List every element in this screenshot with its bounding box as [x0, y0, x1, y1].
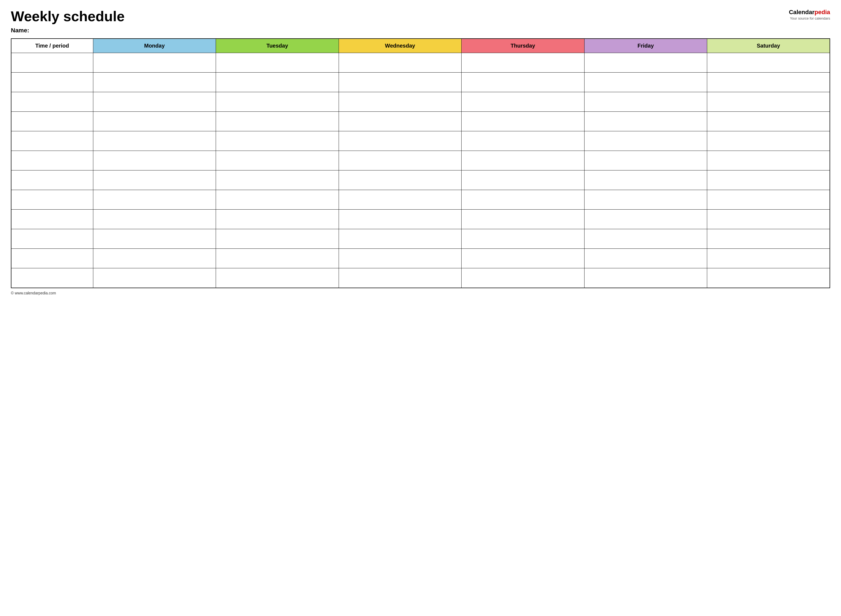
time-cell[interactable]	[11, 190, 93, 210]
schedule-cell[interactable]	[707, 53, 830, 73]
schedule-cell[interactable]	[462, 249, 585, 268]
schedule-cell[interactable]	[339, 131, 462, 151]
schedule-cell[interactable]	[462, 190, 585, 210]
logo-text: Calendarpedia	[789, 9, 830, 16]
schedule-cell[interactable]	[93, 53, 216, 73]
schedule-cell[interactable]	[216, 268, 339, 288]
table-row	[11, 170, 830, 190]
time-cell[interactable]	[11, 73, 93, 92]
table-row	[11, 73, 830, 92]
schedule-cell[interactable]	[93, 268, 216, 288]
time-cell[interactable]	[11, 210, 93, 229]
schedule-cell[interactable]	[93, 131, 216, 151]
schedule-cell[interactable]	[216, 170, 339, 190]
schedule-cell[interactable]	[707, 229, 830, 249]
schedule-cell[interactable]	[93, 190, 216, 210]
schedule-cell[interactable]	[93, 73, 216, 92]
schedule-table: Time / period Monday Tuesday Wednesday T…	[11, 38, 830, 288]
schedule-cell[interactable]	[462, 73, 585, 92]
schedule-cell[interactable]	[707, 112, 830, 131]
schedule-cell[interactable]	[339, 53, 462, 73]
table-row	[11, 210, 830, 229]
schedule-cell[interactable]	[584, 190, 707, 210]
schedule-cell[interactable]	[584, 229, 707, 249]
schedule-cell[interactable]	[216, 112, 339, 131]
schedule-cell[interactable]	[339, 249, 462, 268]
schedule-cell[interactable]	[462, 151, 585, 170]
schedule-cell[interactable]	[462, 92, 585, 112]
schedule-cell[interactable]	[93, 229, 216, 249]
schedule-cell[interactable]	[707, 210, 830, 229]
time-cell[interactable]	[11, 268, 93, 288]
schedule-cell[interactable]	[339, 229, 462, 249]
schedule-cell[interactable]	[216, 73, 339, 92]
schedule-cell[interactable]	[339, 92, 462, 112]
schedule-cell[interactable]	[707, 151, 830, 170]
header: Weekly schedule Name: Calendarpedia Your…	[11, 9, 830, 34]
schedule-cell[interactable]	[707, 190, 830, 210]
schedule-cell[interactable]	[339, 170, 462, 190]
time-cell[interactable]	[11, 249, 93, 268]
schedule-cell[interactable]	[339, 210, 462, 229]
table-row	[11, 131, 830, 151]
schedule-cell[interactable]	[339, 73, 462, 92]
schedule-cell[interactable]	[462, 112, 585, 131]
schedule-cell[interactable]	[584, 131, 707, 151]
schedule-cell[interactable]	[584, 53, 707, 73]
logo-calendar: Calendar	[789, 9, 815, 16]
schedule-cell[interactable]	[707, 170, 830, 190]
footer: © www.calendarpedia.com	[11, 291, 830, 295]
schedule-cell[interactable]	[707, 92, 830, 112]
table-row	[11, 268, 830, 288]
time-cell[interactable]	[11, 112, 93, 131]
footer-url: © www.calendarpedia.com	[11, 291, 56, 295]
schedule-cell[interactable]	[216, 210, 339, 229]
schedule-cell[interactable]	[93, 249, 216, 268]
schedule-cell[interactable]	[707, 268, 830, 288]
time-cell[interactable]	[11, 53, 93, 73]
time-cell[interactable]	[11, 229, 93, 249]
time-cell[interactable]	[11, 131, 93, 151]
schedule-cell[interactable]	[584, 112, 707, 131]
time-cell[interactable]	[11, 151, 93, 170]
time-cell[interactable]	[11, 170, 93, 190]
schedule-cell[interactable]	[339, 112, 462, 131]
schedule-cell[interactable]	[462, 210, 585, 229]
schedule-cell[interactable]	[339, 190, 462, 210]
schedule-cell[interactable]	[584, 92, 707, 112]
schedule-cell[interactable]	[216, 131, 339, 151]
schedule-cell[interactable]	[584, 170, 707, 190]
schedule-cell[interactable]	[584, 73, 707, 92]
schedule-cell[interactable]	[462, 131, 585, 151]
schedule-cell[interactable]	[216, 53, 339, 73]
col-header-thursday: Thursday	[462, 39, 585, 53]
schedule-cell[interactable]	[93, 170, 216, 190]
schedule-cell[interactable]	[707, 73, 830, 92]
table-row	[11, 229, 830, 249]
schedule-cell[interactable]	[584, 151, 707, 170]
schedule-cell[interactable]	[339, 268, 462, 288]
schedule-cell[interactable]	[462, 170, 585, 190]
schedule-cell[interactable]	[584, 249, 707, 268]
schedule-cell[interactable]	[339, 151, 462, 170]
schedule-cell[interactable]	[216, 151, 339, 170]
schedule-cell[interactable]	[707, 131, 830, 151]
table-row	[11, 151, 830, 170]
schedule-cell[interactable]	[584, 210, 707, 229]
time-cell[interactable]	[11, 92, 93, 112]
schedule-cell[interactable]	[93, 210, 216, 229]
schedule-cell[interactable]	[93, 151, 216, 170]
schedule-cell[interactable]	[216, 190, 339, 210]
schedule-cell[interactable]	[707, 249, 830, 268]
schedule-cell[interactable]	[216, 229, 339, 249]
schedule-cell[interactable]	[93, 92, 216, 112]
schedule-cell[interactable]	[462, 229, 585, 249]
schedule-cell[interactable]	[216, 92, 339, 112]
schedule-cell[interactable]	[462, 268, 585, 288]
table-row	[11, 53, 830, 73]
logo-section: Calendarpedia Your source for calendars	[789, 9, 830, 21]
schedule-cell[interactable]	[584, 268, 707, 288]
schedule-cell[interactable]	[462, 53, 585, 73]
schedule-cell[interactable]	[216, 249, 339, 268]
schedule-cell[interactable]	[93, 112, 216, 131]
